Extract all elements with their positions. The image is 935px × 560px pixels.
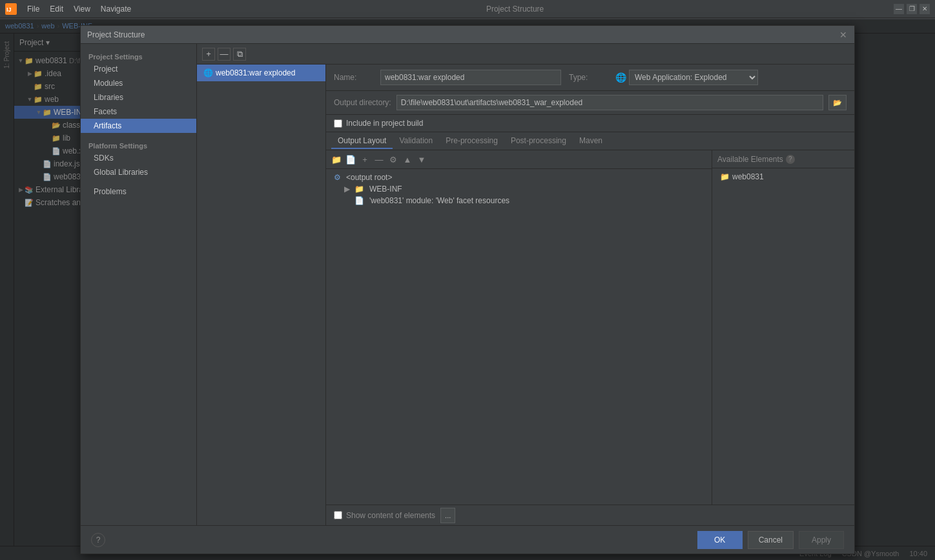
filetree-item-web-facet[interactable]: 📄'web0831' module: 'Web' facet resources <box>326 195 712 206</box>
tab-maven[interactable]: Maven <box>573 134 609 149</box>
show-content-label[interactable]: Show content of elements <box>346 511 435 520</box>
output-dir-row: Output directory: 📂 <box>326 91 854 115</box>
menu-edit[interactable]: Edit <box>45 2 68 16</box>
ok-button[interactable]: OK <box>697 531 743 549</box>
nav-project[interactable]: Project <box>81 62 196 76</box>
nav-sdks[interactable]: SDKs <box>81 151 196 165</box>
nav-libraries[interactable]: Libraries <box>81 90 196 105</box>
add-artifact-button[interactable]: + <box>202 48 215 61</box>
output-dir-label: Output directory: <box>334 98 391 107</box>
tree-tool-file[interactable]: 📄 <box>344 153 357 166</box>
artifact-detail: Name: Type: 🌐 Web Application: ExplodedW… <box>326 65 854 525</box>
menu-file[interactable]: File <box>22 2 45 16</box>
tree-tool-add[interactable]: + <box>358 153 371 166</box>
tree-tool-down[interactable]: ▼ <box>415 153 428 166</box>
file-tree[interactable]: ⚙<output root>▶📁WEB-INF📄'web0831' module… <box>326 169 712 505</box>
available-label-web0831-avail: web0831 <box>732 172 764 181</box>
type-select-wrapper: 🌐 Web Application: ExplodedWeb Applicati… <box>615 70 758 85</box>
available-item-web0831-avail[interactable]: 📁web0831 <box>717 171 849 183</box>
file-tree-toolbar: 📁 📄 + — ⚙ ▲ ▼ <box>326 150 712 169</box>
tree-tool-settings[interactable]: ⚙ <box>387 153 400 166</box>
filetree-icon-web-inf-node: 📁 <box>354 185 364 194</box>
tree-tool-remove[interactable]: — <box>373 153 385 166</box>
include-label[interactable]: Include in project build <box>346 119 423 128</box>
artifact-meta-row: Name: Type: 🌐 Web Application: ExplodedW… <box>326 65 854 91</box>
available-icon-web0831-avail: 📁 <box>720 172 730 181</box>
artifact-item-war-exploded[interactable]: 🌐web0831:war exploded <box>197 65 325 81</box>
browse-dir-button[interactable]: 📂 <box>828 95 847 110</box>
dialog-close-button[interactable]: ✕ <box>839 30 848 39</box>
include-in-build-checkbox[interactable] <box>334 119 342 128</box>
remove-artifact-button[interactable]: — <box>218 48 231 61</box>
tab-post-processing[interactable]: Post-processing <box>504 134 573 149</box>
show-content-checkbox[interactable] <box>334 511 342 519</box>
project-settings-section: Project Settings <box>81 49 196 62</box>
filetree-label-output-root: <output root> <box>346 173 392 182</box>
artifact-icon-war-exploded: 🌐 <box>203 68 213 77</box>
artifacts-list: 🌐web0831:war exploded <box>197 65 326 525</box>
show-content-btn[interactable]: ... <box>440 508 455 523</box>
menu-navigate[interactable]: Navigate <box>96 2 136 16</box>
layout-right: Available Elements ? 📁web0831 <box>712 150 854 505</box>
dialog-nav: Project Settings Project Modules Librari… <box>81 44 197 525</box>
close-btn[interactable]: ✕ <box>920 4 930 14</box>
dialog-overlay: Project Structure ✕ Project Settings Pro… <box>0 19 935 560</box>
cancel-button[interactable]: Cancel <box>748 531 794 549</box>
content-main: 🌐web0831:war exploded Name: Type: 🌐 We <box>197 65 854 525</box>
nav-facets[interactable]: Facets <box>81 105 196 119</box>
dialog-title-bar: Project Structure ✕ <box>81 26 854 44</box>
output-layout-area: 📁 📄 + — ⚙ ▲ ▼ ⚙<output ro <box>326 150 854 505</box>
available-header: Available Elements ? <box>712 150 854 168</box>
available-list: 📁web0831 <box>712 168 854 505</box>
nav-modules[interactable]: Modules <box>81 76 196 90</box>
svg-text:IJ: IJ <box>6 6 12 13</box>
dialog-body: Project Settings Project Modules Librari… <box>81 44 854 525</box>
apply-button[interactable]: Apply <box>799 531 844 549</box>
type-label: Type: <box>569 73 608 82</box>
show-content-wrapper: Show content of elements <box>334 511 435 520</box>
dialog-footer: ? OK Cancel Apply <box>81 525 854 554</box>
help-button[interactable]: ? <box>91 533 105 547</box>
ide-logo: IJ <box>4 2 18 16</box>
project-structure-dialog: Project Structure ✕ Project Settings Pro… <box>80 25 855 554</box>
help-icon[interactable]: ? <box>786 155 795 164</box>
filetree-icon-web-facet: 📄 <box>354 196 364 205</box>
tab-output-layout[interactable]: Output Layout <box>331 134 393 149</box>
layout-left: 📁 📄 + — ⚙ ▲ ▼ ⚙<output ro <box>326 150 712 505</box>
nav-global-libraries[interactable]: Global Libraries <box>81 165 196 179</box>
filetree-icon-output-root: ⚙ <box>334 173 341 182</box>
output-dir-input[interactable] <box>396 95 823 110</box>
dialog-title: Project Structure <box>87 30 839 39</box>
nav-problems[interactable]: Problems <box>81 185 196 199</box>
nav-artifacts[interactable]: Artifacts <box>81 119 196 133</box>
tree-tool-up[interactable]: ▲ <box>401 153 414 166</box>
output-layout-container: 📁 📄 + — ⚙ ▲ ▼ ⚙<output ro <box>326 150 854 525</box>
include-row: Include in project build <box>326 115 854 132</box>
filetree-item-web-inf-node[interactable]: ▶📁WEB-INF <box>326 183 712 195</box>
artifact-name-input[interactable] <box>380 70 561 85</box>
tab-validation[interactable]: Validation <box>393 134 439 149</box>
copy-artifact-button[interactable]: ⧉ <box>233 48 246 61</box>
platform-settings-section: Platform Settings <box>81 138 196 151</box>
filetree-item-output-root[interactable]: ⚙<output root> <box>326 172 712 183</box>
ide-topbar: IJ File Edit View Navigate Project Struc… <box>0 0 935 18</box>
maximize-btn[interactable]: ❐ <box>907 4 917 14</box>
detail-tabs-row: Output LayoutValidationPre-processingPos… <box>326 132 854 150</box>
artifact-label-war-exploded: web0831:war exploded <box>216 68 295 77</box>
available-elements-label: Available Elements <box>717 155 783 164</box>
dialog-content: + — ⧉ 🌐web0831:war exploded Name: <box>197 44 854 525</box>
minimize-btn[interactable]: — <box>894 4 904 14</box>
filetree-arrow-web-inf-node: ▶ <box>344 185 350 194</box>
tree-tool-folder[interactable]: 📁 <box>330 153 343 166</box>
menu-view[interactable]: View <box>68 2 96 16</box>
tab-pre-processing[interactable]: Pre-processing <box>439 134 504 149</box>
filetree-label-web-inf-node: WEB-INF <box>369 185 402 194</box>
ide-title: Project Structure <box>136 5 894 14</box>
bottom-options: Show content of elements ... <box>326 505 854 525</box>
name-label: Name: <box>334 73 373 82</box>
filetree-label-web-facet: 'web0831' module: 'Web' facet resources <box>369 196 509 205</box>
app-container: 1: Project Project ▾ ▼📁web0831 D:\file\w… <box>0 34 935 560</box>
artifact-type-select[interactable]: Web Application: ExplodedWeb Application… <box>629 70 758 85</box>
artifacts-list-header: + — ⧉ <box>197 44 854 65</box>
